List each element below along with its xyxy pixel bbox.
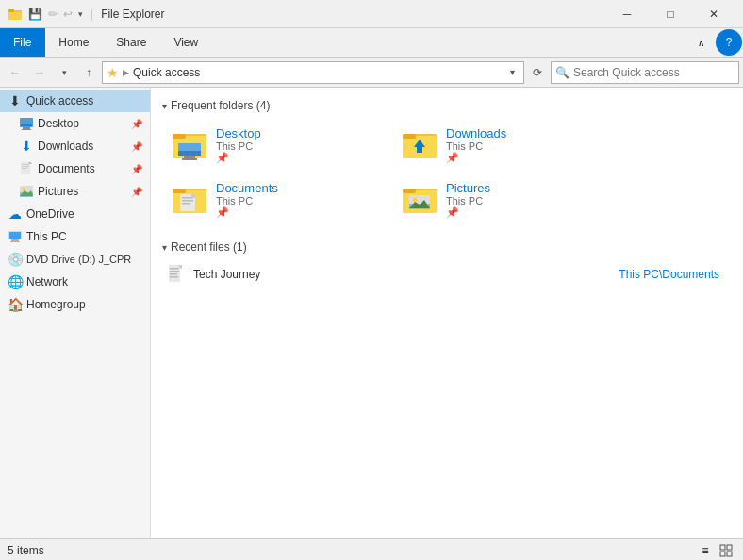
- recent-list: Tech Journey This PC\Documents: [162, 261, 732, 288]
- svg-rect-4: [23, 127, 30, 129]
- sidebar-item-label: Quick access: [26, 94, 142, 107]
- location-icon: ★: [107, 65, 119, 80]
- tab-file[interactable]: File: [0, 28, 45, 57]
- downloads-folder-info: Downloads This PC 📌: [446, 126, 610, 164]
- svg-rect-33: [173, 189, 186, 193]
- documents-folder-info: Documents This PC 📌: [216, 181, 380, 219]
- sidebar-item-this-pc[interactable]: This PC: [0, 225, 150, 248]
- item-count: 5 items: [8, 544, 44, 557]
- forward-button[interactable]: →: [28, 61, 51, 84]
- address-box[interactable]: ★ ▶ Quick access ▾: [102, 61, 524, 84]
- svg-rect-1: [8, 12, 22, 20]
- minimize-button[interactable]: ─: [605, 0, 649, 28]
- quick-access-save-icon: 💾: [28, 8, 42, 21]
- address-bar: ← → ▾ ↑ ★ ▶ Quick access ▾ ⟳ 🔍: [0, 58, 743, 88]
- tab-share[interactable]: Share: [103, 28, 160, 57]
- svg-rect-54: [727, 545, 732, 550]
- tab-home[interactable]: Home: [45, 28, 103, 57]
- sidebar-item-label: Desktop: [38, 117, 127, 130]
- pin-indicator: 📌: [446, 206, 610, 219]
- frequent-toggle[interactable]: ▾: [162, 101, 167, 111]
- recent-files-header: ▾ Recent files (1): [162, 240, 732, 254]
- recent-file-icon: [167, 263, 186, 286]
- tab-view[interactable]: View: [160, 28, 212, 57]
- svg-rect-9: [22, 166, 29, 167]
- desktop-folder-item[interactable]: Desktop This PC 📌: [162, 120, 388, 171]
- refresh-button[interactable]: ⟳: [526, 61, 549, 84]
- sidebar-item-label: Pictures: [38, 185, 127, 198]
- close-button[interactable]: ✕: [692, 0, 735, 28]
- sidebar-item-desktop[interactable]: Desktop 📌: [0, 112, 150, 135]
- recent-title: Recent files (1): [171, 240, 247, 254]
- sidebar-item-documents[interactable]: Documents 📌: [0, 157, 150, 180]
- window-controls: ─ □ ✕: [605, 0, 735, 28]
- sidebar: ⬇ Quick access Desktop 📌 ⬇: [0, 88, 151, 538]
- pin-icon: 📌: [131, 164, 142, 174]
- ribbon: File Home Share View ∧ ?: [0, 28, 743, 58]
- svg-point-44: [413, 198, 418, 203]
- folder-name: Pictures: [446, 181, 610, 195]
- ribbon-tabs: File Home Share View ∧ ?: [0, 28, 743, 57]
- maximize-button[interactable]: □: [649, 0, 692, 28]
- frequent-title: Frequent folders (4): [171, 99, 270, 112]
- this-pc-icon: [8, 229, 23, 244]
- svg-rect-48: [170, 271, 179, 272]
- svg-rect-53: [720, 545, 725, 550]
- sidebar-item-homegroup[interactable]: 🏠 Homegroup: [0, 293, 150, 316]
- recent-file-item[interactable]: Tech Journey This PC\Documents: [162, 261, 732, 288]
- undo-icon: ↩: [63, 8, 73, 21]
- sidebar-item-pictures[interactable]: Pictures 📌: [0, 180, 150, 203]
- search-box[interactable]: 🔍: [551, 61, 739, 84]
- status-bar: 5 items ≡: [0, 538, 743, 560]
- pictures-folder-icon: [401, 181, 438, 219]
- svg-rect-29: [403, 134, 416, 139]
- recent-toggle[interactable]: ▾: [162, 242, 167, 253]
- pin-icon: 📌: [131, 141, 142, 152]
- documents-folder-item[interactable]: Documents This PC 📌: [162, 174, 388, 225]
- toolbar-dropdown[interactable]: ▾: [78, 9, 83, 19]
- sidebar-item-quick-access[interactable]: ⬇ Quick access: [0, 90, 150, 112]
- svg-rect-8: [22, 164, 29, 165]
- sidebar-item-label: Network: [26, 275, 142, 288]
- sidebar-item-dvd-drive[interactable]: 💿 DVD Drive (D:) J_CPR: [0, 248, 150, 271]
- help-button[interactable]: ?: [716, 29, 742, 56]
- svg-rect-24: [178, 151, 201, 156]
- svg-rect-10: [22, 168, 27, 169]
- svg-rect-5: [22, 129, 31, 130]
- folder-sub: This PC: [216, 195, 380, 206]
- sidebar-item-network[interactable]: 🌐 Network: [0, 271, 150, 293]
- svg-rect-47: [170, 268, 179, 270]
- folder-sub: This PC: [446, 140, 610, 152]
- view-buttons: ≡: [696, 541, 735, 560]
- title-bar: 💾 ✏ ↩ ▾ | File Explorer ─ □ ✕: [0, 0, 743, 28]
- pin-indicator: 📌: [216, 152, 380, 164]
- list-view-button[interactable]: ≡: [696, 541, 715, 560]
- folder-grid: Desktop This PC 📌 Downloads: [162, 120, 732, 225]
- downloads-folder-item[interactable]: Downloads This PC 📌: [392, 120, 619, 171]
- folder-name: Desktop: [216, 126, 380, 140]
- desktop-folder-info: Desktop This PC 📌: [216, 126, 380, 164]
- sidebar-item-label: This PC: [26, 230, 142, 243]
- sidebar-item-onedrive[interactable]: ☁ OneDrive: [0, 203, 150, 225]
- pictures-folder-item[interactable]: Pictures This PC 📌: [392, 174, 619, 225]
- sidebar-item-label: DVD Drive (D:) J_CPR: [26, 254, 142, 265]
- sidebar-item-label: Homegroup: [26, 298, 142, 311]
- svg-marker-38: [191, 194, 195, 198]
- recent-locations-button[interactable]: ▾: [53, 61, 75, 84]
- details-view-button[interactable]: [717, 541, 735, 560]
- svg-rect-55: [720, 552, 725, 556]
- ribbon-expand-button[interactable]: ∧: [686, 28, 715, 57]
- main-area: ⬇ Quick access Desktop 📌 ⬇: [0, 88, 743, 538]
- address-chevron: ▶: [123, 68, 129, 77]
- onedrive-icon: ☁: [8, 206, 23, 222]
- up-button[interactable]: ↑: [77, 61, 100, 84]
- address-dropdown-button[interactable]: ▾: [504, 62, 520, 83]
- back-button[interactable]: ←: [4, 61, 26, 84]
- documents-folder-icon: [171, 181, 208, 219]
- search-input[interactable]: [573, 66, 735, 79]
- svg-rect-37: [182, 203, 190, 205]
- sidebar-item-downloads[interactable]: ⬇ Downloads 📌: [0, 135, 150, 157]
- svg-rect-41: [403, 189, 416, 193]
- address-path-text: Quick access: [133, 66, 200, 79]
- svg-rect-49: [170, 273, 177, 275]
